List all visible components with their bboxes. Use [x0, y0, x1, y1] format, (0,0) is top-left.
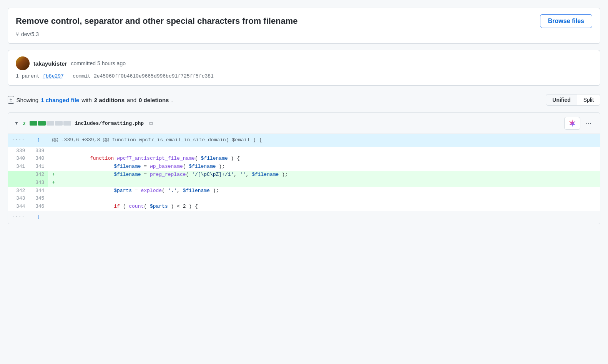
old-line-num: 344 — [8, 203, 29, 211]
table-row: 340 340 function wpcf7_antiscript_file_n… — [8, 155, 600, 163]
new-line-num: 345 — [29, 195, 48, 203]
file-header-right: ··· — [564, 117, 594, 130]
line-marker — [48, 147, 74, 155]
new-line-num: 343 — [29, 179, 48, 187]
table-row: 343 + — [8, 179, 600, 187]
diff-bar-neutral-1 — [47, 121, 54, 126]
copilot-button[interactable] — [564, 117, 580, 130]
old-line-num — [8, 171, 29, 179]
commit-meta: takayukister committed 5 hours ago 1 par… — [8, 50, 600, 86]
old-line-num: 339 — [8, 147, 29, 155]
copilot-icon — [568, 119, 577, 128]
diff-bar-added-2 — [38, 121, 46, 126]
expand-down-icon: ↓ — [37, 213, 41, 220]
hunk-expand-arrow-top[interactable]: ↑ — [29, 134, 48, 147]
diff-summary-text: ± Showing 1 changed file with 2 addition… — [8, 96, 173, 104]
collapse-button[interactable]: ▼ — [14, 121, 19, 126]
hunk-expand-top: ···· ↑ @@ -339,6 +339,8 @@ function wpcf… — [8, 134, 600, 147]
old-line-num: 341 — [8, 163, 29, 171]
diff-table: ···· ↑ @@ -339,6 +339,8 @@ function wpcf… — [8, 134, 600, 224]
new-line-num: 344 — [29, 187, 48, 195]
parent-hash[interactable]: fb8e297 — [43, 73, 64, 79]
commit-title: Remove control, separator and other spec… — [16, 16, 298, 26]
branch-name: dev/5.3 — [21, 31, 39, 37]
expand-up-icon: ↑ — [37, 137, 41, 144]
avatar — [16, 56, 30, 70]
changed-count: 2 — [23, 121, 26, 126]
unified-view-button[interactable]: Unified — [546, 94, 577, 105]
new-line-num: 339 — [29, 147, 48, 155]
line-marker — [48, 203, 74, 211]
line-content: if ( count( $parts ) < 2 ) { — [74, 203, 600, 211]
table-row: 343 345 — [8, 195, 600, 203]
view-toggle: Unified Split — [546, 94, 600, 106]
diff-bar — [30, 121, 71, 126]
commit-header: Remove control, separator and other spec… — [8, 8, 600, 44]
old-line-num: 342 — [8, 187, 29, 195]
new-line-num: 341 — [29, 163, 48, 171]
old-line-num — [8, 179, 29, 187]
branch-ref: ⑂ dev/5.3 — [16, 31, 592, 37]
table-row: 342 + $filename = preg_replace( '/[\pC\p… — [8, 171, 600, 179]
changed-files-link[interactable]: 1 changed file — [41, 97, 79, 103]
line-marker — [48, 163, 74, 171]
browse-files-button[interactable]: Browse files — [540, 14, 592, 28]
file-path: includes/formatting.php — [75, 121, 144, 126]
line-content — [74, 195, 600, 203]
new-line-num: 340 — [29, 155, 48, 163]
expand-bottom-space — [48, 211, 600, 224]
copy-icon: ⧉ — [149, 120, 153, 126]
commit-hash: 2e45060ff0b4610e9665d996bc91f725ff5fc381 — [94, 73, 214, 79]
chevron-down-icon: ▼ — [14, 121, 19, 126]
new-line-num: 346 — [29, 203, 48, 211]
additions-count: 2 additions — [94, 97, 125, 103]
bottom-expand-row: ···· ↓ — [8, 211, 600, 224]
file-diff: ▼ 2 includes/formatting.php ⧉ — [8, 113, 600, 224]
line-marker: + — [48, 171, 74, 179]
line-content: $filename = preg_replace( '/[\pC\pZ]+/i'… — [74, 171, 600, 179]
line-marker: + — [48, 179, 74, 187]
old-line-num: 343 — [8, 195, 29, 203]
hunk-header-text: @@ -339,6 +339,8 @@ function wpcf7_is_em… — [48, 134, 600, 147]
parent-info: 1 parent fb8e297 commit 2e45060ff0b4610e… — [16, 73, 592, 79]
line-content — [74, 179, 600, 187]
line-content: $filename = wp_basename( $filename ); — [74, 163, 600, 171]
file-header-left: ▼ 2 includes/formatting.php ⧉ — [14, 119, 154, 127]
committer-row: takayukister committed 5 hours ago — [16, 56, 592, 70]
copy-path-button[interactable]: ⧉ — [148, 119, 154, 127]
file-header: ▼ 2 includes/formatting.php ⧉ — [8, 113, 600, 134]
expand-arrow-bottom[interactable]: ↓ — [29, 211, 48, 224]
diff-bar-added-1 — [30, 121, 37, 126]
diff-bar-neutral-3 — [63, 121, 71, 126]
ellipsis-icon: ··· — [586, 119, 591, 127]
commit-action: committed 5 hours ago — [71, 60, 126, 66]
diff-icon: ± — [8, 96, 14, 104]
table-row: 342 344 $parts = explode( '.', $filename… — [8, 187, 600, 195]
expand-dots-bottom: ···· — [8, 211, 29, 224]
table-row: 339 339 — [8, 147, 600, 155]
commit-title-row: Remove control, separator and other spec… — [16, 14, 592, 28]
line-marker — [48, 187, 74, 195]
diff-bar-neutral-2 — [55, 121, 63, 126]
line-content: function wpcf7_antiscript_file_name( $fi… — [74, 155, 600, 163]
diff-summary: ± Showing 1 changed file with 2 addition… — [8, 92, 600, 108]
hunk-expand-dots-top: ···· — [8, 134, 29, 147]
more-options-button[interactable]: ··· — [583, 119, 594, 128]
line-marker — [48, 195, 74, 203]
committer-name[interactable]: takayukister — [33, 60, 67, 67]
table-row: 344 346 if ( count( $parts ) < 2 ) { — [8, 203, 600, 211]
branch-icon: ⑂ — [16, 31, 19, 37]
line-marker — [48, 155, 74, 163]
line-content — [74, 147, 600, 155]
table-row: 341 341 $filename = wp_basename( $filena… — [8, 163, 600, 171]
new-line-num: 342 — [29, 171, 48, 179]
deletions-count: 0 deletions — [139, 97, 169, 103]
old-line-num: 340 — [8, 155, 29, 163]
split-view-button[interactable]: Split — [577, 94, 600, 105]
line-content: $parts = explode( '.', $filename ); — [74, 187, 600, 195]
